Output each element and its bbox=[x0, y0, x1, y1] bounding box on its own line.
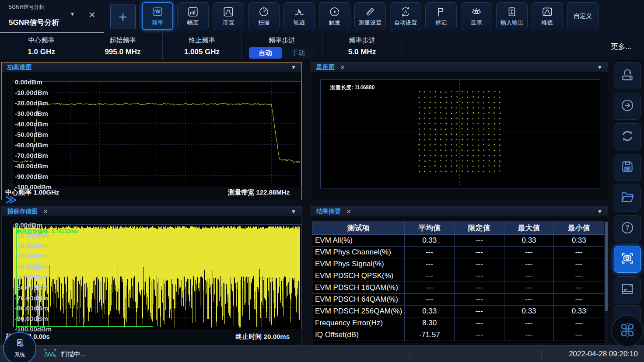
toolbar-button-custom[interactable]: 自定义 bbox=[567, 2, 598, 30]
more-button[interactable]: 更多... bbox=[611, 42, 632, 52]
freq-cell-value[interactable]: 1.0 GHz bbox=[28, 48, 55, 56]
statusbar-divider bbox=[130, 349, 130, 359]
tab-close-icon[interactable]: ✕ bbox=[88, 10, 96, 20]
trigger-offset-label: 触发起始偏移: 5.74133ms bbox=[17, 228, 78, 235]
power-spectrum-title[interactable]: 功率谱图 bbox=[7, 63, 32, 71]
svg-text:?: ? bbox=[625, 224, 630, 231]
toolbar-button-amplitude[interactable]: 幅度 bbox=[177, 2, 209, 30]
sidebar-button-run[interactable] bbox=[614, 93, 641, 120]
navigator-button[interactable] bbox=[611, 315, 644, 347]
collapse-icon[interactable]: ▼ bbox=[597, 64, 602, 70]
table-cell: --- bbox=[455, 235, 504, 246]
table-cell: --- bbox=[405, 294, 455, 305]
freq-cell-5 bbox=[402, 33, 481, 60]
toggle-option-手动[interactable]: 手动 bbox=[282, 47, 315, 59]
toolbar-button-label: 自动设置 bbox=[394, 19, 417, 27]
table-cell: 0.33 bbox=[405, 235, 455, 246]
table-row: EVM Phys Signal(%)------------ bbox=[312, 258, 604, 270]
table-cell: --- bbox=[455, 329, 504, 341]
toolbar-button-trigger[interactable]: 触发 bbox=[319, 2, 350, 30]
summary-close-icon[interactable]: ✕ bbox=[346, 208, 351, 215]
toolbar-button-label: 频率 bbox=[152, 19, 163, 27]
system-button-label: 系统 bbox=[14, 351, 25, 359]
sidebar-button-screenshot[interactable] bbox=[614, 246, 641, 273]
table-cell: --- bbox=[455, 270, 504, 282]
trace-icon bbox=[294, 6, 305, 17]
summary-title[interactable]: 结果摘要 bbox=[316, 208, 341, 216]
table-cell: EVM Phys Channel(%) bbox=[312, 247, 405, 258]
column-header: 限定值 bbox=[455, 221, 504, 234]
toolbar-button-input-output[interactable]: 输入输出 bbox=[496, 2, 528, 30]
freq-cell-6 bbox=[481, 33, 561, 60]
toolbar-button-label: 显示 bbox=[471, 19, 482, 27]
toggle-option-自动[interactable]: 自动 bbox=[249, 47, 282, 59]
table-row: EVM PDSCH QPSK(%)------------ bbox=[312, 270, 604, 282]
top-toolbar: 5GNR信号分析 ▼ 5GNR信号分析 ✕ + 频率幅度带宽扫描轨迹触发测量设置… bbox=[0, 0, 644, 33]
constellation-plot-area[interactable]: 测量长度: 1146880 bbox=[320, 79, 600, 188]
collapse-icon[interactable]: ▼ bbox=[291, 64, 296, 70]
constellation-close-icon[interactable]: ✕ bbox=[340, 64, 345, 71]
screenshot-icon bbox=[620, 251, 635, 268]
summary-title-bar: 结果摘要 ✕ ▼ bbox=[311, 207, 608, 216]
table-row: EVM Phys Channel(%)------------ bbox=[312, 247, 604, 258]
sidebar-button-window-layout[interactable] bbox=[614, 276, 641, 303]
summary-scrollbar[interactable] bbox=[605, 221, 608, 344]
sidebar-button-help[interactable]: ? bbox=[614, 215, 641, 242]
capture-memory-panel: 捕获存储图 ✕ ▼ 0.00dBm-10.00dBm-20.00dBm-30.0… bbox=[1, 206, 302, 345]
system-button[interactable]: 系统 bbox=[3, 332, 36, 362]
expand-handle-icon[interactable]: ≫ bbox=[5, 193, 17, 206]
tab-title-small: 5GNR信号分析 bbox=[9, 3, 44, 11]
measure-length-label: 测量长度: 1146880 bbox=[330, 84, 374, 91]
peak-icon bbox=[542, 6, 553, 17]
freq-cell-3[interactable]: 频率步进自动手动 bbox=[242, 33, 322, 60]
toolbar-button-display[interactable]: 显示 bbox=[461, 2, 492, 30]
frequency-icon bbox=[152, 6, 163, 17]
capture-title[interactable]: 捕获存储图 bbox=[7, 208, 38, 216]
table-cell: --- bbox=[554, 294, 604, 305]
sidebar-button-continuous[interactable] bbox=[614, 123, 641, 150]
freq-cell-1[interactable]: 起始频率995.0 MHz bbox=[83, 33, 163, 60]
summary-scrollbar-thumb[interactable] bbox=[605, 222, 608, 311]
toolbar-button-marker[interactable]: 标记 bbox=[425, 2, 457, 30]
freq-cell-2[interactable]: 终止频率1.005 GHz bbox=[163, 33, 242, 60]
add-tab-button[interactable]: + bbox=[110, 4, 136, 29]
freq-cell-value[interactable]: 995.0 MHz bbox=[105, 48, 140, 56]
toolbar-button-sweep[interactable]: 扫描 bbox=[248, 2, 280, 30]
freq-cell-value[interactable]: 5.0 MHz bbox=[348, 48, 376, 56]
collapse-icon[interactable]: ▼ bbox=[597, 209, 602, 215]
sidebar-button-preset[interactable] bbox=[614, 62, 641, 89]
capture-close-icon[interactable]: ✕ bbox=[43, 208, 48, 215]
constellation-title[interactable]: 星座图 bbox=[316, 63, 335, 71]
table-cell: 0.33 bbox=[504, 306, 554, 317]
capture-plot-area[interactable]: 0.00dBm-10.00dBm-20.00dBm-30.00dBm-40.00… bbox=[13, 224, 301, 329]
freq-cell-4[interactable]: 频率步进5.0 MHz bbox=[322, 33, 402, 60]
table-cell: --- bbox=[504, 294, 554, 305]
power-spectrum-title-bar: 功率谱图 ▼ bbox=[2, 63, 301, 72]
toolbar-button-label: 标记 bbox=[435, 19, 447, 27]
spectrum-plot-area[interactable]: 0.00dBm-10.00dBm-20.00dBm-30.00dBm-40.00… bbox=[13, 81, 301, 187]
sidebar-button-save[interactable] bbox=[614, 154, 641, 181]
table-row: EVM All(%)0.33---0.330.33 bbox=[312, 235, 604, 247]
table-cell: --- bbox=[455, 294, 504, 305]
tab-dropdown-icon[interactable]: ▼ bbox=[70, 11, 75, 17]
toolbar-button-auto-settings[interactable]: A自动设置 bbox=[390, 2, 421, 30]
open-icon bbox=[620, 190, 635, 206]
toolbar-button-trace[interactable]: 轨迹 bbox=[284, 2, 315, 30]
freq-cell-label: 频率步进 bbox=[349, 36, 375, 45]
collapse-icon[interactable]: ▼ bbox=[291, 209, 296, 215]
freq-cell-label: 终止频率 bbox=[189, 36, 215, 45]
toolbar-button-bandwidth[interactable]: 带宽 bbox=[213, 2, 244, 30]
sidebar-button-open[interactable] bbox=[614, 184, 641, 212]
toolbar-button-measure-settings[interactable]: 测量设置 bbox=[354, 2, 386, 30]
freq-cell-0[interactable]: 中心频率1.0 GHz bbox=[0, 33, 83, 60]
freq-cell-label: 起始频率 bbox=[110, 36, 136, 45]
table-cell: --- bbox=[504, 247, 554, 258]
toolbar-button-peak[interactable]: 峰值 bbox=[532, 2, 563, 30]
toolbar-button-frequency[interactable]: 频率 bbox=[142, 2, 173, 30]
freq-cell-7[interactable]: 更多... bbox=[561, 33, 644, 60]
table-cell: 0.33 bbox=[554, 235, 604, 246]
freq-cell-value[interactable]: 1.005 GHz bbox=[184, 48, 220, 56]
toolbar-button-label: 峰值 bbox=[542, 19, 553, 27]
spectrum-meas-bw-label: 测量带宽 122.88MHz bbox=[228, 188, 290, 197]
capture-stop-time-label: 终止时间 20.00ms bbox=[236, 333, 290, 341]
